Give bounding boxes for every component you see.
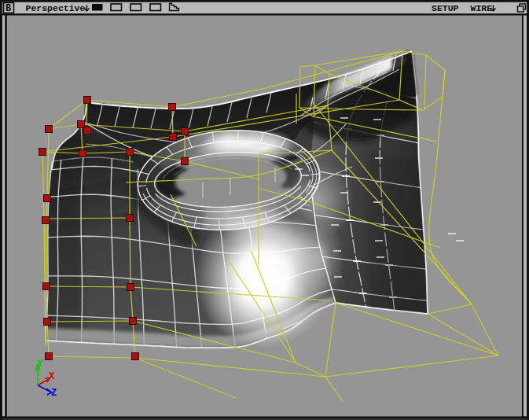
svg-text:B: B xyxy=(6,3,11,14)
svg-text:X: X xyxy=(49,371,55,382)
svg-text:Z: Z xyxy=(51,388,57,399)
svg-text:Perspective: Perspective xyxy=(26,3,86,13)
svg-text:SETUP: SETUP xyxy=(432,3,459,13)
svg-text:Y: Y xyxy=(37,359,43,370)
svg-text:WIRE: WIRE xyxy=(471,3,493,13)
